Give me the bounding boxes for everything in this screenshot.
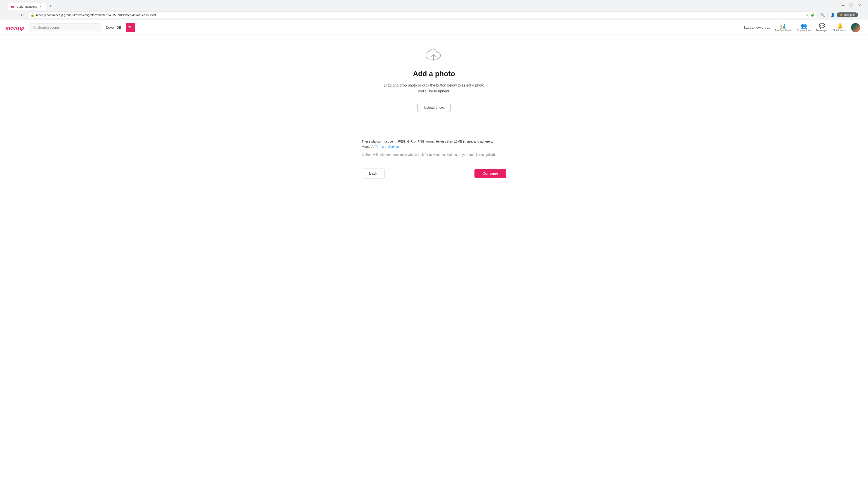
- meetup-nav: meetup 🔍 Search events Dover, DE 🔍 Start…: [0, 20, 868, 35]
- upload-cloud-icon: [425, 48, 443, 64]
- photo-note-text: A photo will help members know who to lo…: [362, 152, 498, 157]
- search-button-icon: 🔍: [128, 25, 133, 30]
- url-text: meetup.com/meetup-group-ulfhsivo/congrat…: [36, 13, 804, 17]
- drag-drop-description: Drag and drop photo or click the button …: [384, 83, 485, 94]
- bookmark-icon[interactable]: ☆: [806, 13, 809, 17]
- back-button[interactable]: Back: [362, 168, 385, 178]
- new-tab-button[interactable]: +: [47, 3, 54, 10]
- browser-chrome: m Congratulations ✕ + ─ ⬜ ✕ ← → ↻ 🔒 meet…: [0, 0, 868, 20]
- connections-link[interactable]: 👥 Connections: [797, 24, 811, 32]
- incognito-label: Incognito: [844, 13, 855, 17]
- search-placeholder: Search events: [38, 26, 60, 29]
- profile-icon[interactable]: 👤: [830, 12, 836, 18]
- minimize-button[interactable]: ─: [840, 2, 846, 8]
- location-display: Dover, DE: [106, 26, 121, 29]
- notifications-link[interactable]: 🔔 Notifications: [833, 24, 846, 32]
- search-button[interactable]: 🔍: [126, 23, 135, 32]
- add-photo-title: Add a photo: [413, 70, 455, 78]
- back-button[interactable]: ←: [3, 12, 9, 18]
- browser-actions: 🔍 👤 🕵️ Incognito ⋮: [819, 12, 865, 18]
- maximize-button[interactable]: ⬜: [848, 2, 855, 8]
- forward-button[interactable]: →: [11, 12, 17, 18]
- drag-drop-line1: Drag and drop photo or click the button …: [384, 84, 485, 87]
- search-icon: 🔍: [32, 26, 36, 29]
- browser-title-bar: m Congratulations ✕ + ─ ⬜ ✕: [0, 0, 868, 10]
- incognito-icon: 🕵️: [839, 13, 843, 17]
- chevron-down-icon[interactable]: ▾: [862, 26, 863, 29]
- messages-icon: 💬: [819, 24, 825, 29]
- dashboard-icon: 📊: [780, 24, 786, 29]
- tab-close-button[interactable]: ✕: [39, 5, 42, 8]
- connections-icon: 👥: [801, 24, 807, 29]
- search-action-icon[interactable]: 🔍: [819, 12, 826, 18]
- divider: [828, 13, 828, 17]
- drag-drop-line2: you'd like to upload.: [418, 89, 450, 93]
- pro-dashboard-label: Pro Dashboard: [775, 29, 792, 32]
- notifications-icon: 🔔: [837, 24, 843, 29]
- search-bar[interactable]: 🔍 Search events: [29, 24, 101, 31]
- active-tab[interactable]: m Congratulations ✕: [7, 3, 46, 10]
- connections-label: Connections: [797, 29, 811, 32]
- notifications-label: Notifications: [833, 29, 846, 32]
- tab-title: Congratulations: [17, 5, 37, 8]
- tab-favicon: m: [11, 5, 15, 8]
- menu-button[interactable]: ⋮: [859, 12, 865, 18]
- cursor-area: Upload photo: [417, 103, 451, 125]
- lock-icon: 🔒: [31, 13, 34, 17]
- action-buttons: Back Continue: [362, 168, 506, 178]
- messages-label: Messages: [816, 29, 828, 32]
- continue-button[interactable]: Continue: [474, 169, 506, 178]
- meetup-logo[interactable]: meetup: [5, 24, 24, 31]
- pro-dashboard-link[interactable]: 📊 Pro Dashboard: [775, 24, 792, 32]
- main-content: Add a photo Drag and drop photo or click…: [0, 35, 868, 488]
- meetup-app: meetup 🔍 Search events Dover, DE 🔍 Start…: [0, 20, 868, 488]
- reload-button[interactable]: ↻: [19, 12, 25, 18]
- incognito-badge: 🕵️ Incognito: [837, 12, 858, 18]
- photo-requirements-text: These photos must be in JPEG, GIF, or PN…: [362, 139, 506, 149]
- upload-photo-button[interactable]: Upload photo: [417, 103, 451, 112]
- user-area[interactable]: ▾: [851, 23, 863, 32]
- start-new-group-button[interactable]: Start a new group: [743, 26, 770, 29]
- messages-link[interactable]: 💬 Messages: [816, 24, 828, 32]
- address-bar[interactable]: 🔒 meetup.com/meetup-group-ulfhsivo/congr…: [27, 11, 817, 18]
- requirements-suffix: .: [399, 145, 400, 149]
- upload-icon-container: [425, 48, 443, 65]
- close-button[interactable]: ✕: [856, 2, 863, 8]
- address-bar-icons: ☆ 🧩: [806, 13, 814, 17]
- nav-icons: 📊 Pro Dashboard 👥 Connections 💬 Messages…: [775, 24, 846, 32]
- tab-bar: m Congratulations ✕ +: [4, 3, 56, 10]
- extensions-icon[interactable]: 🧩: [810, 13, 814, 17]
- avatar-image: [851, 23, 860, 32]
- terms-of-service-link[interactable]: Terms of Service: [375, 145, 399, 149]
- avatar[interactable]: [851, 23, 860, 32]
- address-bar-row: ← → ↻ 🔒 meetup.com/meetup-group-ulfhsivo…: [0, 10, 868, 20]
